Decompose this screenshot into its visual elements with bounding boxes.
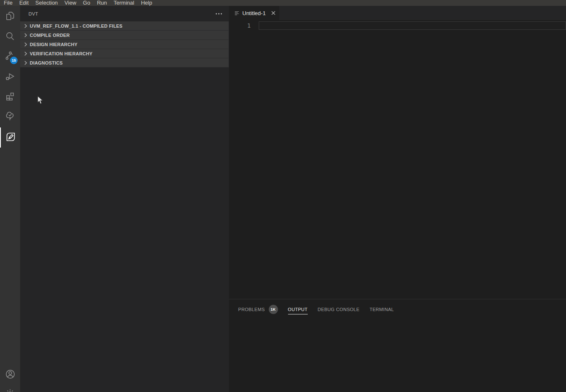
vscode-window: File Edit Selection View Go Run Terminal… [0,0,566,392]
section-design-hierarchy[interactable]: DESIGN HIERARCHY [20,40,228,49]
run-debug-icon [5,71,16,83]
extensions-icon [5,91,16,104]
section-compiled-files[interactable]: UVM_REF_FLOW_1.1 - COMPILED FILES [20,21,228,31]
panel-tab-problems[interactable]: PROBLEMS 1K [238,302,278,316]
activitybar-verification-tree[interactable] [0,107,20,127]
activitybar-dvt[interactable] [0,127,20,148]
sidebar-sections: UVM_REF_FLOW_1.1 - COMPILED FILES COMPIL… [20,21,229,67]
menu-terminal[interactable]: Terminal [110,0,138,6]
problems-count-badge: 1K [269,305,278,314]
panel-tab-output[interactable]: OUTPUT [288,304,308,314]
file-icon [234,10,240,16]
editor-area[interactable]: 1 [229,20,566,299]
mouse-pointer [37,96,44,106]
menu-selection[interactable]: Selection [32,0,61,6]
files-icon [5,10,16,23]
panel-tab-terminal[interactable]: TERMINAL [369,304,394,314]
account-icon [5,369,16,382]
sidebar-title: DVT [29,11,38,16]
menu-file[interactable]: File [0,0,16,6]
editor-tab-bar: Untitled-1 [229,6,566,20]
search-icon [5,31,16,43]
activitybar-settings[interactable] [0,384,20,392]
tab-label: Untitled-1 [242,10,266,16]
source-control-badge: 15 [10,57,18,64]
activitybar-search[interactable] [0,27,20,47]
activitybar-source-control[interactable]: 15 [0,47,20,67]
menu-run[interactable]: Run [93,0,110,6]
editor-group: Untitled-1 1 [229,6,566,299]
activitybar-explorer[interactable] [0,7,20,27]
dvt-pencil-icon [5,131,16,144]
section-verification-hierarchy[interactable]: VERIFICATION HIERARCHY [20,49,228,58]
chevron-right-icon [22,50,29,57]
menu-help[interactable]: Help [138,0,156,6]
gear-icon [5,388,16,392]
activity-bar: 15 [0,6,20,392]
menu-view[interactable]: View [61,0,80,6]
menu-go[interactable]: Go [80,0,93,6]
activitybar-extensions[interactable] [0,87,20,107]
tab-untitled-1[interactable]: Untitled-1 [229,6,279,20]
menu-bar: File Edit Selection View Go Run Terminal… [0,0,566,6]
sidebar-dvt-view: DVT UVM_REF_FLOW_1.1 - COMPILED FILES CO… [20,6,229,392]
panel-tab-debug-console[interactable]: DEBUG CONSOLE [318,304,360,314]
section-diagnostics[interactable]: DIAGNOSTICS [20,58,228,67]
section-compile-order[interactable]: COMPILE ORDER [20,31,228,40]
panel-tab-bar: PROBLEMS 1K OUTPUT DEBUG CONSOLE TERMINA… [238,302,404,316]
chevron-right-icon [22,32,29,39]
tree-check-icon [5,111,16,124]
more-actions-icon[interactable] [215,10,223,18]
sidebar-header: DVT [20,6,229,21]
current-line-highlight [259,21,566,30]
activitybar-accounts[interactable] [0,365,20,385]
line-number: 1 [229,21,251,30]
chevron-right-icon [22,60,29,66]
chevron-right-icon [22,41,29,48]
chevron-right-icon [22,23,29,29]
menu-edit[interactable]: Edit [16,0,32,6]
close-icon[interactable] [270,10,277,16]
bottom-panel: PROBLEMS 1K OUTPUT DEBUG CONSOLE TERMINA… [229,299,566,392]
activitybar-run-debug[interactable] [0,67,20,87]
